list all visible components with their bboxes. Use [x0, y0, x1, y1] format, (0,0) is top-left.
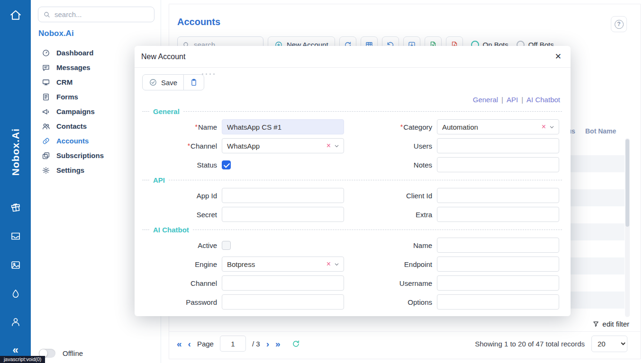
close-icon[interactable]: ✕ — [555, 53, 562, 61]
api-form: App Id Client Id Secret Extra — [142, 188, 562, 222]
modal-body: Save General | API | AI Chatbot General … — [135, 68, 571, 315]
icon-rail: Nobox.Ai « — [0, 0, 31, 363]
ai-chatbot-form: Active Name Engine Botpress × Endpoint C… — [142, 238, 562, 310]
first-page-button[interactable]: « — [177, 339, 182, 348]
password-input[interactable] — [222, 294, 344, 310]
username-label: Username — [399, 279, 432, 287]
chevron-down-icon — [549, 124, 554, 130]
footer-divider — [169, 331, 640, 332]
clipboard-button[interactable] — [184, 75, 204, 90]
reload-table-button[interactable] — [291, 339, 300, 348]
table-scrollbar[interactable] — [625, 138, 630, 317]
app-id-label: App Id — [197, 192, 217, 200]
engine-label: Engine — [195, 260, 217, 268]
pagination: « ‹ Page / 3 › » — [177, 336, 300, 352]
active-label: Active — [198, 241, 217, 249]
sidebar-search-input[interactable] — [54, 10, 149, 18]
megaphone-icon — [42, 107, 50, 116]
stack-icon — [42, 151, 50, 160]
help-icon: ? — [615, 20, 624, 29]
endpoint-input[interactable] — [437, 257, 559, 272]
nav-general-link[interactable]: General — [473, 96, 498, 104]
link-icon — [42, 137, 50, 145]
client-id-input[interactable] — [437, 188, 559, 203]
messages-icon — [42, 63, 50, 72]
section-general: General — [142, 107, 562, 115]
notes-input[interactable] — [437, 157, 559, 172]
chevron-down-icon — [334, 143, 339, 149]
secret-label: Secret — [197, 211, 217, 219]
collapse-sidebar-icon[interactable]: « — [12, 345, 18, 355]
section-ai-chatbot: AI Chatbot — [142, 226, 562, 234]
inbox-icon[interactable] — [10, 230, 21, 242]
ink-drop-icon[interactable] — [10, 288, 21, 299]
username-input[interactable] — [437, 275, 559, 291]
nav-api-link[interactable]: API — [507, 96, 518, 104]
clear-icon[interactable]: × — [327, 142, 331, 150]
gift-logo-icon — [9, 200, 22, 213]
clear-icon[interactable]: × — [542, 123, 546, 131]
extra-input[interactable] — [437, 207, 559, 222]
contacts-icon — [42, 122, 50, 131]
offline-row: Offline — [39, 349, 83, 358]
extra-label: Extra — [416, 211, 432, 219]
sidebar-search[interactable] — [38, 7, 154, 22]
edit-filter-link[interactable]: edit filter — [592, 320, 629, 328]
save-button-group: Save — [142, 74, 204, 90]
home-icon[interactable] — [0, 9, 31, 22]
name-label: *Name — [195, 123, 217, 131]
section-api: API — [142, 176, 562, 184]
save-button[interactable]: Save — [143, 75, 183, 90]
modal-title: New Account — [141, 53, 185, 61]
chevron-down-icon — [334, 262, 339, 267]
next-page-button[interactable]: › — [266, 339, 269, 348]
users-input[interactable] — [437, 138, 559, 153]
funnel-icon — [592, 320, 599, 328]
per-page-dropdown[interactable]: 20 — [591, 336, 627, 352]
nav-ai-chatbot-link[interactable]: AI Chatbot — [526, 96, 560, 104]
modal-section-nav: General | API | AI Chatbot — [142, 96, 560, 104]
channel-select[interactable]: WhatsApp × — [222, 138, 344, 153]
drag-dots — [202, 73, 215, 75]
category-label: *Category — [400, 123, 432, 131]
ai-name-input[interactable] — [437, 238, 559, 253]
name-input[interactable] — [222, 119, 344, 134]
clipboard-icon — [190, 78, 198, 87]
page-label: Page — [197, 340, 214, 348]
offline-label: Offline — [63, 349, 83, 357]
per-page-select[interactable]: 20 — [591, 336, 627, 352]
channel-label: *Channel — [188, 142, 217, 150]
page-number-input[interactable] — [220, 336, 246, 352]
status-label: Status — [197, 161, 217, 169]
total-pages: / 3 — [252, 340, 260, 348]
last-page-button[interactable]: » — [275, 339, 281, 348]
image-icon[interactable] — [10, 259, 21, 271]
users-label: Users — [414, 142, 432, 150]
engine-select[interactable]: Botpress × — [222, 257, 344, 272]
help-button[interactable]: ? — [611, 16, 627, 32]
modal-header: New Account ✕ — [135, 46, 571, 68]
clear-icon[interactable]: × — [327, 260, 331, 268]
forms-icon — [42, 93, 50, 101]
options-input[interactable] — [437, 294, 559, 310]
column-header-bot-name[interactable]: Bot Name — [585, 127, 616, 135]
status-checkbox[interactable] — [222, 160, 231, 169]
brand-title: Nobox.Ai — [38, 29, 74, 38]
password-label: Password — [186, 298, 217, 306]
app-id-input[interactable] — [222, 188, 344, 203]
prev-page-button[interactable]: ‹ — [188, 339, 191, 348]
ai-channel-input[interactable] — [222, 275, 344, 291]
gear-icon — [42, 166, 50, 175]
secret-input[interactable] — [222, 207, 344, 222]
category-select[interactable]: Automation × — [437, 119, 559, 134]
options-label: Options — [408, 298, 432, 306]
link-status-bar: javascript:void(0) — [0, 356, 45, 363]
person-icon[interactable] — [10, 316, 21, 328]
page-title: Accounts — [177, 17, 220, 27]
crm-icon — [42, 78, 50, 87]
endpoint-label: Endpoint — [404, 260, 432, 268]
active-checkbox[interactable] — [222, 241, 231, 250]
check-circle-icon — [149, 78, 157, 87]
notes-label: Notes — [414, 161, 432, 169]
scrollbar-thumb[interactable] — [626, 139, 629, 227]
